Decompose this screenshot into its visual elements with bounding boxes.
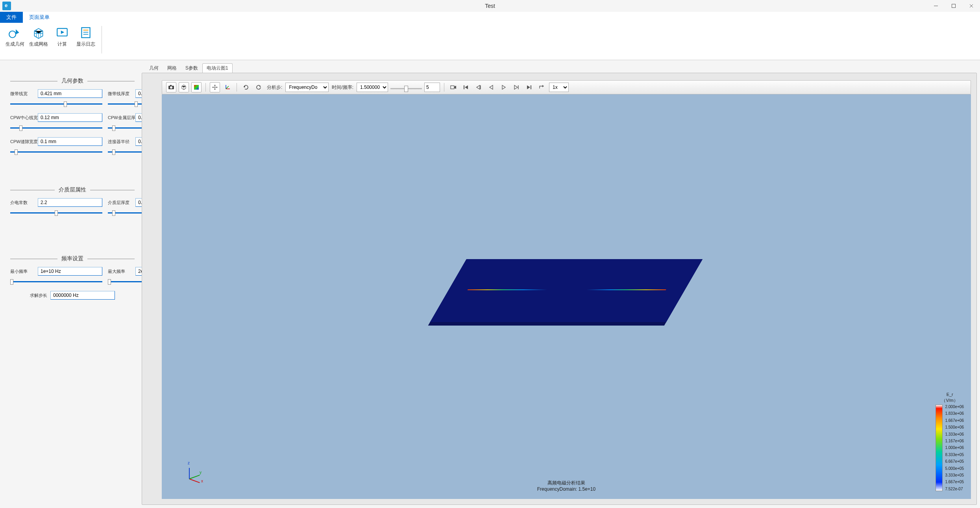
svg-marker-26 xyxy=(477,85,480,89)
tab-e-field-contour[interactable]: 电场云图1 xyxy=(202,63,233,73)
min-frequency-slider[interactable] xyxy=(10,281,102,282)
max-frequency-slider[interactable] xyxy=(108,281,142,282)
show-log-button[interactable]: 显示日志 xyxy=(75,26,97,48)
max-frequency-input[interactable] xyxy=(135,267,142,276)
y-axis-icon xyxy=(189,475,200,479)
maximize-button[interactable] xyxy=(945,0,962,12)
solve-step-input[interactable] xyxy=(50,291,115,300)
strip-thickness-input[interactable] xyxy=(135,89,142,98)
compute-label: 计算 xyxy=(57,41,67,48)
dielectric-thickness-input[interactable] xyxy=(135,198,142,207)
play-forward-icon[interactable] xyxy=(499,82,509,92)
step-back-icon[interactable] xyxy=(473,82,484,92)
svg-rect-24 xyxy=(464,85,464,89)
viewer-toolbar: 分析步: FrequencyDo 时间/频率: 1.500000 1x xyxy=(162,80,971,94)
analysis-step-select[interactable]: FrequencyDo xyxy=(285,83,329,92)
play-reverse-icon[interactable] xyxy=(486,82,496,92)
svg-rect-27 xyxy=(480,85,481,89)
loop-icon[interactable] xyxy=(536,82,547,92)
cpw-gap-width-slider[interactable] xyxy=(10,151,102,153)
svg-point-4 xyxy=(9,31,16,38)
legend-tick: 5.000e+05 xyxy=(945,466,964,471)
strip-width-input[interactable] xyxy=(38,89,102,98)
strip-width-slider[interactable] xyxy=(10,103,102,105)
step-forward-icon[interactable] xyxy=(511,82,521,92)
connector-radius-input[interactable] xyxy=(135,137,142,146)
cpw-center-width-input[interactable] xyxy=(38,113,102,122)
legend-tick: 1.667e+06 xyxy=(945,418,964,423)
svg-marker-30 xyxy=(514,85,518,89)
legend-tick: 2.000e+06 xyxy=(945,405,964,409)
connector-radius-slider[interactable] xyxy=(108,151,142,153)
skip-last-icon[interactable] xyxy=(524,82,534,92)
cube-view-icon[interactable] xyxy=(179,82,189,92)
min-frequency-input[interactable] xyxy=(38,267,102,276)
content-area: 几何 网格 S参数 电场云图1 分析步: FrequencyDo 时间/频率: … xyxy=(142,60,980,508)
connector-radius-label: 连接器半径 xyxy=(108,139,133,145)
generate-mesh-button[interactable]: 生成网格 xyxy=(28,26,50,48)
toolbar-separator xyxy=(237,83,237,92)
axes-triad-icon[interactable] xyxy=(222,82,233,92)
cpw-metal-thickness-input[interactable] xyxy=(135,113,142,122)
group-title-geometry: 几何参数 xyxy=(10,77,135,85)
cpw-center-width-label: CPW中心线宽 xyxy=(10,115,35,121)
cube-mesh-icon xyxy=(32,26,45,39)
tab-geometry[interactable]: 几何 xyxy=(145,63,163,73)
permittivity-label: 介电常数 xyxy=(10,200,35,206)
cpw-metal-thickness-label: CPW金属层厚度 xyxy=(108,115,133,121)
group-title-dielectric-label: 介质层属性 xyxy=(55,186,90,193)
move-icon[interactable] xyxy=(210,82,220,92)
dielectric-thickness-slider[interactable] xyxy=(108,212,142,214)
x-axis-label: x xyxy=(201,479,203,483)
skip-first-icon[interactable] xyxy=(461,82,471,92)
playback-speed-select[interactable]: 1x xyxy=(549,83,569,92)
app-icon xyxy=(2,2,11,10)
camera-icon[interactable] xyxy=(166,82,176,92)
svg-marker-32 xyxy=(527,85,530,89)
tab-s-parameters[interactable]: S参数 xyxy=(181,63,202,73)
viewport-3d[interactable]: x y z 高频电磁分析结果 FrequencyDomain: 1.5e+10 … xyxy=(162,94,971,499)
permittivity-slider[interactable] xyxy=(10,212,102,214)
model-slab xyxy=(448,228,684,353)
svg-marker-28 xyxy=(490,85,493,89)
cpw-metal-thickness-slider[interactable] xyxy=(108,127,142,129)
legend-tick: 1.833e+06 xyxy=(945,411,964,416)
cpw-gap-width-input[interactable] xyxy=(38,137,102,146)
caption-line2: FrequencyDomain: 1.5e+10 xyxy=(537,486,595,492)
group-title-dielectric: 介质层属性 xyxy=(10,186,135,193)
record-icon[interactable] xyxy=(448,82,459,92)
legend-ticks: 2.000e+06 1.833e+06 1.667e+06 1.500e+06 … xyxy=(943,405,964,491)
frame-slider[interactable] xyxy=(390,84,422,91)
svg-line-19 xyxy=(226,86,229,89)
x-axis-icon xyxy=(189,479,200,483)
generate-geometry-button[interactable]: 生成几何 xyxy=(4,26,26,48)
compute-button[interactable]: 计算 xyxy=(51,26,73,48)
minimize-button[interactable] xyxy=(927,0,945,12)
cpw-center-width-slider[interactable] xyxy=(10,127,102,129)
toolbar-separator xyxy=(205,83,206,92)
colormap-icon[interactable] xyxy=(191,82,202,92)
caption-line1: 高频电磁分析结果 xyxy=(537,480,595,486)
show-log-label: 显示日志 xyxy=(76,41,95,48)
tab-page-menu[interactable]: 页面菜单 xyxy=(23,12,56,23)
legend-tick: 1.667e+05 xyxy=(945,480,964,484)
sidebar: 几何参数 微带线宽 微带线厚度 CPW中心 xyxy=(0,60,142,508)
svg-marker-23 xyxy=(454,86,456,89)
rotate-icon[interactable] xyxy=(253,82,264,92)
tab-file[interactable]: 文件 xyxy=(0,12,23,23)
legend-colorbar xyxy=(936,405,943,491)
refresh-icon[interactable] xyxy=(241,82,251,92)
generate-mesh-label: 生成网格 xyxy=(29,41,48,48)
svg-marker-25 xyxy=(465,85,468,89)
frame-number-input[interactable] xyxy=(424,83,440,92)
permittivity-input[interactable] xyxy=(38,198,102,207)
legend-tick: 8.333e+05 xyxy=(945,453,964,457)
tab-mesh[interactable]: 网格 xyxy=(163,63,181,73)
close-button[interactable] xyxy=(962,0,980,12)
legend-tick: 1.167e+06 xyxy=(945,439,964,443)
main-area: 几何参数 微带线宽 微带线厚度 CPW中心 xyxy=(0,60,980,508)
svg-rect-14 xyxy=(194,85,199,90)
y-axis-label: y xyxy=(200,470,202,475)
time-frequency-select[interactable]: 1.500000 xyxy=(357,83,388,92)
strip-thickness-slider[interactable] xyxy=(108,103,142,105)
